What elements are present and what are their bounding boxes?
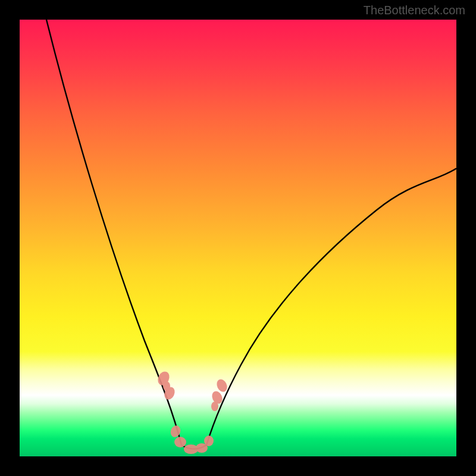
svg-point-9 <box>169 424 182 439</box>
svg-point-2 <box>163 381 170 391</box>
bottleneck-curve <box>20 20 456 456</box>
svg-point-10 <box>204 436 214 446</box>
marker-cluster-left <box>156 369 177 401</box>
svg-point-6 <box>174 437 186 447</box>
watermark-label: TheBottleneck.com <box>364 4 465 17</box>
svg-point-5 <box>211 402 218 411</box>
marker-cluster-bottom <box>169 424 214 454</box>
curve-right-branch <box>206 168 456 445</box>
chart-plot-area <box>20 20 456 456</box>
